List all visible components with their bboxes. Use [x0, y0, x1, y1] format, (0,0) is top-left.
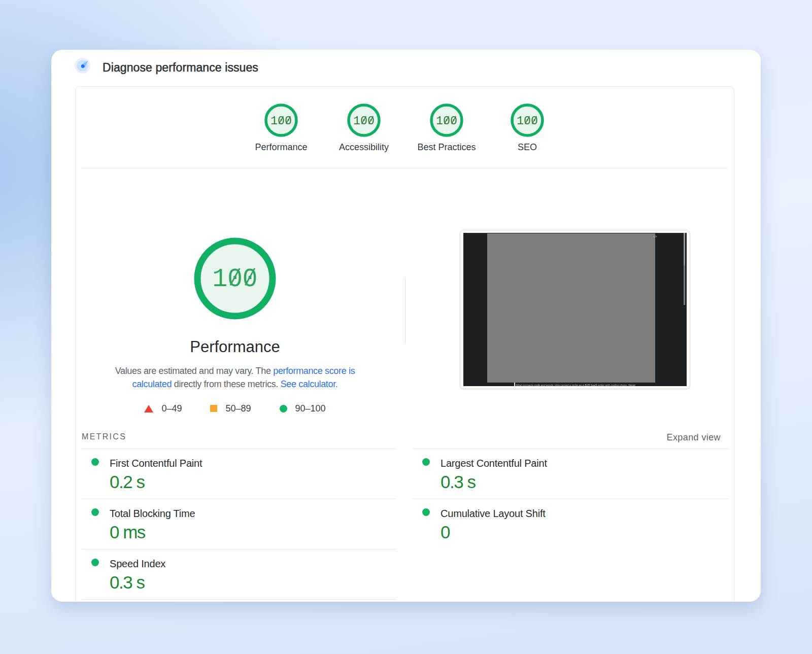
svg-text:100: 100 [213, 264, 258, 294]
svg-text:100: 100 [517, 114, 538, 128]
svg-text:100: 100 [353, 114, 375, 128]
svg-text:100: 100 [436, 114, 457, 128]
svg-text:100: 100 [270, 114, 292, 128]
